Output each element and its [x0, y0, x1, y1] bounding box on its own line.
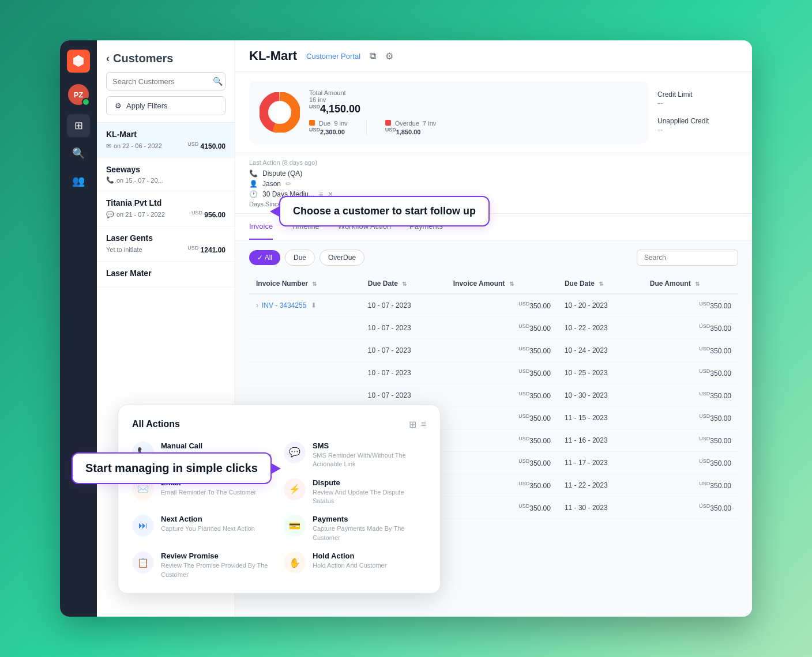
invoice-link[interactable]: INV - 3434255: [262, 301, 306, 309]
download-icon[interactable]: ⬇: [311, 301, 317, 309]
customer-amount: USD 956.00: [191, 210, 225, 219]
phone-icon-sm: 📞: [249, 169, 258, 178]
customer-item[interactable]: KL-Mart ✉ on 22 - 06 - 2022 USD 4150.00: [97, 123, 235, 158]
action-item-hold-action[interactable]: ✋ Hold Action Hold Action And Customer: [284, 552, 426, 579]
invoice-due-amount: USD350.00: [643, 384, 738, 406]
invoice-amount: USD350.00: [446, 496, 558, 519]
customer-name: Laser Mater: [106, 269, 225, 278]
customer-item[interactable]: Laser Mater: [97, 262, 235, 288]
action-item-dispute[interactable]: ⚡ Dispute Review And Update The Dispute …: [284, 478, 426, 506]
pill-due[interactable]: Due: [285, 250, 315, 266]
hold-action-desc: Hold Action And Customer: [313, 561, 386, 570]
invoice-amount: USD350.00: [446, 294, 558, 317]
chat-icon: 💬: [106, 211, 114, 218]
action-item-review-promise[interactable]: 📋 Review Promise Review The Promise Prov…: [132, 552, 275, 579]
invoice-due-date: 10 - 07 - 2023: [361, 384, 446, 406]
app-container: PZ ⊞ 🔍 👥 ‹ Customers 🔍 ⚙ Apply Filters K…: [60, 40, 752, 617]
sidebar-item-users[interactable]: 👥: [67, 169, 90, 192]
summary-section: Total Amount 16 inv USD4,150.00 Due 9 in…: [235, 72, 752, 153]
online-badge: [82, 98, 90, 106]
invoice-due-date: 10 - 07 - 2023: [361, 339, 446, 361]
assignee-name: Jason: [262, 180, 281, 188]
back-link[interactable]: ‹ Customers: [106, 52, 225, 65]
search-box[interactable]: 🔍: [106, 72, 225, 90]
invoice-amount: USD350.00: [446, 406, 558, 429]
invoice-due-date: 10 - 07 - 2023: [361, 361, 446, 384]
invoice-amount: USD350.00: [446, 361, 558, 384]
sidebar-item-search[interactable]: 🔍: [67, 142, 90, 165]
action-item-next-action[interactable]: ⏭ Next Action Capture You Planned Next A…: [132, 515, 275, 542]
sidebar-item-grid[interactable]: ⊞: [67, 114, 90, 137]
invoice-due-date2: 11 - 30 - 2023: [558, 496, 643, 519]
filter-icon: ⚙: [115, 101, 122, 110]
action-item-payments[interactable]: 💳 Payments Capture Payments Made By The …: [284, 515, 426, 542]
apply-filters-button[interactable]: ⚙ Apply Filters: [106, 96, 225, 115]
total-amount-label: Total Amount: [309, 89, 360, 96]
review-promise-title: Review Promise: [161, 552, 275, 560]
th-invoice-number: Invoice Number ⇅: [249, 274, 361, 294]
invoice-number-cell: [249, 339, 361, 361]
choose-customer-tooltip: Choose a customer to start follow up: [279, 196, 490, 226]
pill-all[interactable]: ✓ All: [249, 250, 280, 265]
next-action-desc: Capture You Planned Next Action: [161, 524, 255, 533]
th-due-date: Due Date ⇅: [361, 274, 446, 294]
due-value: USD2,300.00: [309, 127, 348, 135]
email-icon: ✉: [106, 142, 111, 150]
action-type: Dispute (QA): [262, 169, 302, 178]
invoice-amount: USD350.00: [446, 384, 558, 406]
last-action-title: Last Action (8 days ago): [249, 159, 738, 166]
th-due-date2: Due Date ⇅: [558, 274, 643, 294]
sidebar: PZ ⊞ 🔍 👥: [60, 40, 97, 617]
customer-item[interactable]: Titania Pvt Ltd 💬 on 21 - 07 - 2022 USD …: [97, 191, 235, 226]
table-row: 10 - 07 - 2023 USD350.00 10 - 25 - 2023 …: [249, 361, 738, 384]
grid-view-icon[interactable]: ⊞: [409, 419, 416, 430]
overdue-color-indicator: [385, 120, 391, 126]
logo: [67, 50, 90, 73]
customer-item[interactable]: Laser Gents Yet to initiate USD 1241.00: [97, 226, 235, 262]
dispute-desc: Review And Update The Dispute Satatus: [313, 488, 426, 506]
filter-pills: ✓ All Due OverDue: [249, 250, 364, 266]
popup-title: All Actions: [132, 419, 180, 429]
phone-icon: 📞: [106, 176, 114, 184]
th-invoice-amount: Invoice Amount ⇅: [446, 274, 558, 294]
manual-call-title: Manual Call: [161, 441, 275, 450]
customer-name: KL-Mart: [106, 130, 225, 139]
email-desc: Email Reminder To The Customer: [161, 488, 256, 497]
pill-overdue[interactable]: OverDue: [319, 250, 364, 266]
total-amount-value: USD4,150.00: [309, 103, 360, 115]
invoice-due-date2: 10 - 30 - 2023: [558, 384, 643, 406]
action-item-sms[interactable]: 💬 SMS SMS Reminder With/Without The Acti…: [284, 441, 426, 469]
back-arrow-icon: ‹: [106, 52, 110, 65]
invoice-due-amount: USD350.00: [643, 339, 738, 361]
table-row: ›INV - 3434255⬇ 10 - 07 - 2023 USD350.00…: [249, 294, 738, 317]
search-invoice-input[interactable]: [644, 254, 731, 262]
table-row: 10 - 07 - 2023 USD350.00 10 - 30 - 2023 …: [249, 384, 738, 406]
expand-arrow-icon[interactable]: ›: [256, 301, 258, 309]
invoice-amount: USD350.00: [446, 474, 558, 496]
popup-header: All Actions ⊞ ≡: [132, 419, 426, 430]
tab-invoice[interactable]: Invoice: [249, 214, 273, 240]
next-action-title: Next Action: [161, 515, 255, 523]
customer-date: 📞 on 15 - 07 - 20...: [106, 176, 163, 184]
invoice-due-amount: USD350.00: [643, 474, 738, 496]
summary-card: Total Amount 16 inv USD4,150.00 Due 9 in…: [249, 81, 648, 144]
invoice-due-date2: 10 - 25 - 2023: [558, 361, 643, 384]
invoice-due-date2: 11 - 22 - 2023: [558, 474, 643, 496]
summary-stats: Total Amount 16 inv USD4,150.00 Due 9 in…: [309, 89, 436, 135]
invoice-amount: USD350.00: [446, 339, 558, 361]
invoice-search[interactable]: [637, 250, 738, 266]
hold-action-title: Hold Action: [313, 552, 386, 560]
edit-icon[interactable]: ✏: [285, 180, 291, 188]
sms-desc: SMS Reminder With/Without The Actionable…: [313, 451, 426, 469]
copy-icon[interactable]: ⧉: [370, 51, 376, 61]
list-view-icon[interactable]: ≡: [421, 419, 426, 430]
credit-section: Credit Limit -- Unapplied Credit --: [657, 81, 738, 144]
unapplied-credit-value: --: [657, 125, 738, 134]
invoice-due-amount: USD350.00: [643, 316, 738, 339]
settings-icon[interactable]: ⚙: [385, 51, 393, 62]
customer-portal-link[interactable]: Customer Portal: [306, 52, 360, 61]
avatar[interactable]: PZ: [68, 84, 89, 105]
customer-name: Titania Pvt Ltd: [106, 198, 225, 207]
customer-item[interactable]: Seeways 📞 on 15 - 07 - 20...: [97, 158, 235, 191]
search-customers-input[interactable]: [112, 77, 209, 86]
